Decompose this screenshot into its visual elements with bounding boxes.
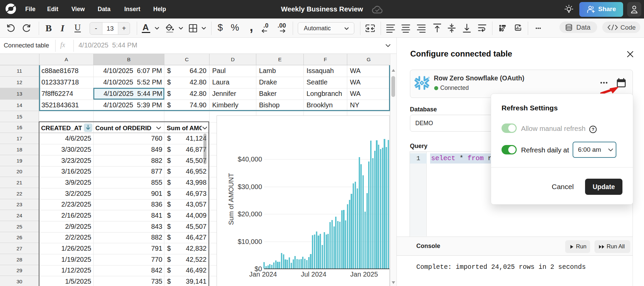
- svg-text:?: ?: [591, 127, 594, 132]
